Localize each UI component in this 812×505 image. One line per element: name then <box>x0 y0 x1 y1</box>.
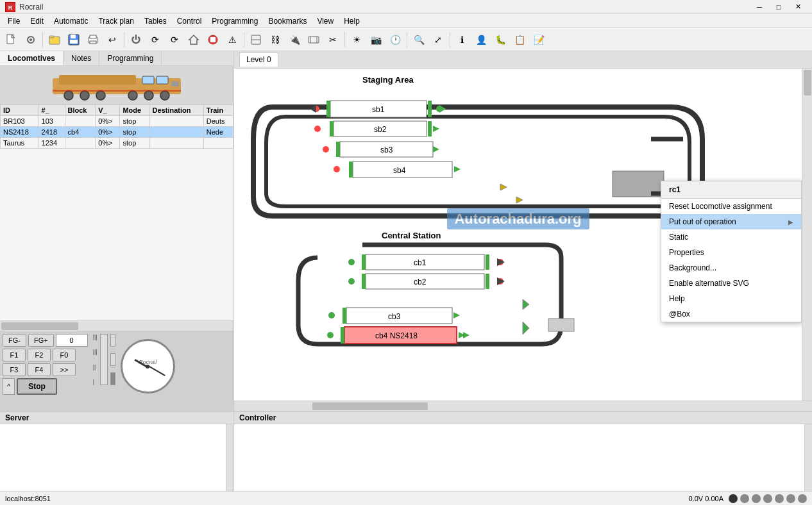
menubar: FileEditAutomaticTrack planTablesControl… <box>0 14 812 28</box>
menu-item-file[interactable]: File <box>3 15 25 27</box>
status-server: localhost:8051 <box>5 495 679 502</box>
search-button[interactable]: 🔍 <box>410 31 428 49</box>
ctx-reset-loco[interactable]: Reset Locomotive assignment <box>661 199 801 214</box>
home-button[interactable] <box>185 31 203 49</box>
menu-item-track-plan[interactable]: Track plan <box>93 15 139 27</box>
menu-item-programming[interactable]: Programming <box>207 15 263 27</box>
compress-button[interactable] <box>305 31 323 49</box>
light-button[interactable]: ☀ <box>348 31 366 49</box>
plan-button[interactable] <box>247 31 265 49</box>
f3-button[interactable]: F3 <box>3 363 26 376</box>
v-scroll-thumb[interactable] <box>804 70 811 95</box>
svg-rect-19 <box>309 37 319 43</box>
level-tab-bar: Level 0 <box>234 51 812 69</box>
fullscreen-button[interactable]: ⤢ <box>429 31 447 49</box>
tab-programming[interactable]: Programming <box>99 51 162 65</box>
link-button[interactable]: ⛓ <box>266 31 284 49</box>
fg-plus-button[interactable]: FG+ <box>28 334 54 347</box>
horizontal-scrollbar[interactable] <box>234 401 812 411</box>
print-button[interactable] <box>84 31 102 49</box>
level-tab-0[interactable]: Level 0 <box>239 53 278 67</box>
snap-button[interactable]: 📷 <box>367 31 385 49</box>
menu-item-help[interactable]: Help <box>339 15 365 27</box>
f4-button[interactable]: F4 <box>28 363 51 376</box>
svg-marker-49 <box>454 166 461 172</box>
loco-cell-1-2: cb4 <box>65 127 96 138</box>
menu-item-tables[interactable]: Tables <box>139 15 172 27</box>
menu-item-view[interactable]: View <box>312 15 339 27</box>
controller-label: Controller <box>234 412 812 424</box>
clock-button[interactable]: 🕐 <box>386 31 404 49</box>
stop-button[interactable]: Stop <box>17 378 57 395</box>
menu-item-bookmarks[interactable]: Bookmarks <box>263 15 312 27</box>
menu-item-edit[interactable]: Edit <box>25 15 49 27</box>
central-station-title: Central Station <box>382 231 441 240</box>
bug-button[interactable]: 🐛 <box>491 31 509 49</box>
settings-button[interactable] <box>22 31 40 49</box>
refresh2-button[interactable]: ⟳ <box>165 31 183 49</box>
menu-item-automatic[interactable]: Automatic <box>49 15 93 27</box>
svg-text:R: R <box>8 4 13 11</box>
power-button[interactable] <box>127 31 145 49</box>
stop-all-button[interactable] <box>204 31 222 49</box>
f0-button[interactable]: F0 <box>53 349 76 361</box>
server-scroll[interactable] <box>226 424 233 491</box>
loco-row-2[interactable]: Taurus12340%>stop <box>1 138 233 149</box>
h-scroll-thumb[interactable] <box>312 402 428 410</box>
new-button[interactable] <box>3 31 21 49</box>
ctx-help[interactable]: Help <box>661 291 801 306</box>
ctx-enable-svg[interactable]: Enable alternative SVG <box>661 276 801 291</box>
svg-rect-40 <box>330 121 334 137</box>
svg-rect-13 <box>90 41 96 44</box>
notes-button[interactable]: 📝 <box>530 31 548 49</box>
open-button[interactable] <box>46 31 63 49</box>
ctx-properties[interactable]: Properties <box>661 245 801 260</box>
left-scrollbar[interactable] <box>0 320 233 331</box>
info-button[interactable]: ℹ <box>453 31 471 49</box>
loco-row-1[interactable]: NS24182418cb40%>stopNede <box>1 127 233 138</box>
toolbar-separator-1 <box>42 32 43 47</box>
left-scroll-thumb[interactable] <box>1 322 78 330</box>
context-menu: rc1 Reset Locomotive assignment Put out … <box>661 181 802 322</box>
plugin-button[interactable]: 🔌 <box>285 31 303 49</box>
caret-button[interactable]: ^ <box>3 378 15 395</box>
status-right: 0.0V 0.00A <box>689 494 807 503</box>
cb2-label: cb2 <box>414 277 427 286</box>
scissors-button[interactable]: ✂ <box>324 31 342 49</box>
warning-button[interactable]: ⚠ <box>223 31 241 49</box>
ctx-background[interactable]: Background... <box>661 260 801 276</box>
tab-notes[interactable]: Notes <box>63 51 99 65</box>
f1-button[interactable]: F1 <box>3 349 26 361</box>
ctx-put-out[interactable]: Put out of operation ▶ <box>661 214 801 229</box>
ctx-box[interactable]: @Box <box>661 306 801 322</box>
refresh-button[interactable]: ⟳ <box>146 31 164 49</box>
function-controls: FG- FG+ 0 F1 F2 F0 F3 F4 >> ^ Stop <box>3 334 88 395</box>
maximize-button[interactable]: □ <box>770 1 788 13</box>
list-button[interactable]: 📋 <box>511 31 529 49</box>
svg-marker-65 <box>453 312 460 319</box>
user-button[interactable]: 👤 <box>472 31 490 49</box>
vertical-scrollbar[interactable] <box>802 69 812 401</box>
save-button[interactable] <box>65 31 83 49</box>
svg-marker-69 <box>463 332 469 338</box>
toolbar-separator-2 <box>124 32 124 47</box>
status-circle-2 <box>752 494 761 503</box>
f2-button[interactable]: F2 <box>28 349 51 361</box>
fg-minus-button[interactable]: FG- <box>3 334 26 347</box>
loco-cell-1-3: 0%> <box>96 127 120 138</box>
controller-scroll[interactable] <box>804 424 812 491</box>
close-button[interactable]: ✕ <box>789 1 807 13</box>
loco-row-0[interactable]: BR1031030%>stopDeuts <box>1 116 233 127</box>
direction-bars <box>110 334 115 385</box>
forward-button[interactable]: >> <box>53 363 76 376</box>
svg-point-24 <box>64 91 73 100</box>
speed-input[interactable]: 0 <box>56 334 88 347</box>
track-plan[interactable]: Autorachadura.org Staging Area <box>234 69 802 401</box>
loco-cell-0-6: Deuts <box>203 116 233 127</box>
minimize-button[interactable]: ─ <box>750 1 768 13</box>
tab-locomotives[interactable]: Locomotives <box>0 51 63 65</box>
ctx-static[interactable]: Static <box>661 229 801 245</box>
svg-rect-66 <box>341 327 344 344</box>
undo-button[interactable]: ↩ <box>103 31 121 49</box>
menu-item-control[interactable]: Control <box>172 15 207 27</box>
